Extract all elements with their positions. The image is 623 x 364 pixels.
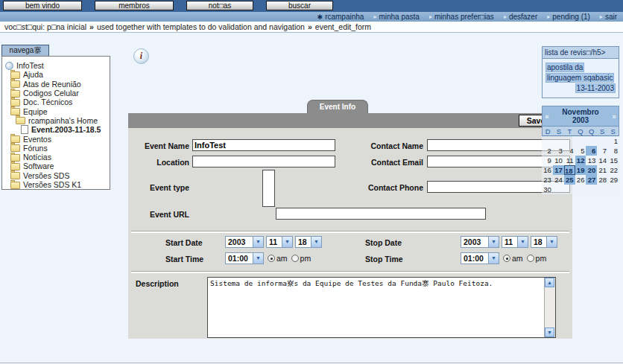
userbar-link[interactable]: ▸desfazer: [504, 13, 537, 21]
scroll-down-icon[interactable]: ▼: [545, 328, 554, 337]
stop-time-select[interactable]: 01:00▼: [461, 252, 499, 264]
radio-circle[interactable]: [291, 255, 299, 262]
tree-item[interactable]: Equipe: [2, 106, 110, 115]
radio-circle[interactable]: [268, 255, 275, 262]
calendar-day[interactable]: 5: [575, 146, 586, 156]
calendar-day[interactable]: 15: [608, 156, 619, 165]
tree-item[interactable]: Atas de Reunião: [2, 80, 110, 89]
calendar-day[interactable]: 29: [608, 175, 619, 185]
revision-entry-line2[interactable]: linguagem sqabasic: [545, 73, 614, 83]
scroll-up-icon[interactable]: ▲: [545, 278, 554, 287]
chevron-icon: ▸: [547, 13, 550, 20]
userbar-link[interactable]: ✱rcampainha: [317, 13, 364, 21]
calendar-day[interactable]: 2: [542, 146, 553, 156]
tree-item[interactable]: Ajuda: [2, 70, 110, 79]
tree-item[interactable]: Doc. Técnicos: [2, 98, 110, 106]
calendar-day-empty: [597, 185, 608, 194]
calendar-day[interactable]: 7: [597, 146, 608, 156]
topnav-button[interactable]: bem vindo: [3, 1, 82, 10]
stop-date-month-value: 11: [502, 237, 517, 247]
chevron-down-icon: ▼: [488, 237, 499, 247]
tree-item[interactable]: Software: [2, 162, 110, 170]
calendar-prev-icon[interactable]: «: [543, 112, 551, 121]
calendar-day[interactable]: 24: [553, 175, 564, 185]
calendar-day[interactable]: 14: [597, 156, 608, 165]
calendar-day[interactable]: 3: [553, 146, 564, 156]
calendar-day[interactable]: 20: [586, 165, 597, 175]
calendar-day[interactable]: 22: [608, 165, 619, 175]
contact-email-label: Contact Email: [341, 158, 423, 167]
start-date-month-select[interactable]: 11▼: [266, 236, 293, 248]
stop-date-year-value: 2003: [461, 237, 488, 247]
topnav-button[interactable]: buscar: [266, 1, 333, 10]
chevron-down-icon: ▼: [517, 237, 528, 247]
start-time-am-radio[interactable]: am: [268, 254, 288, 263]
userbar-link[interactable]: ▸minhas prefer□ias: [429, 13, 494, 21]
calendar-day[interactable]: 26: [575, 175, 586, 185]
calendar-day[interactable]: 12: [575, 156, 586, 165]
stop-date-day-select[interactable]: 18▼: [531, 236, 557, 248]
breadcrumb-item[interactable]: event_edit_form: [315, 22, 371, 31]
sidebar-tab-navigation[interactable]: navega寨: [1, 45, 49, 57]
calendar-day[interactable]: 30: [542, 185, 553, 194]
tree-item[interactable]: Notícias: [2, 153, 110, 162]
revision-entry[interactable]: apostila da linguagem sqabasic 13-11-200…: [543, 59, 619, 98]
stop-time-pm-radio[interactable]: pm: [527, 254, 547, 263]
userbar-link[interactable]: ▸minha pasta: [373, 13, 420, 21]
calendar-day[interactable]: 18: [564, 165, 575, 175]
start-time-pm-radio[interactable]: pm: [291, 254, 312, 263]
stop-date-month-select[interactable]: 11▼: [502, 236, 528, 248]
userbar-link[interactable]: ▸sair: [600, 13, 617, 21]
breadcrumb-separator: »: [89, 22, 94, 31]
calendar-day[interactable]: 27: [586, 175, 597, 185]
stop-date-year-select[interactable]: 2003▼: [461, 236, 499, 248]
calendar-day[interactable]: 10: [553, 156, 564, 165]
tree-item[interactable]: InfoTest: [2, 61, 110, 70]
start-date-year-select[interactable]: 2003▼: [225, 236, 264, 248]
calendar-day[interactable]: 25: [564, 175, 575, 185]
calendar-day[interactable]: 8: [608, 146, 619, 156]
radio-circle[interactable]: [503, 255, 510, 262]
calendar-day[interactable]: 28: [597, 175, 608, 185]
userbar-link[interactable]: ▸pending (1): [547, 13, 590, 21]
calendar-next-icon[interactable]: »: [610, 112, 619, 121]
event-url-input[interactable]: [276, 208, 486, 220]
event-type-listbox[interactable]: [262, 170, 275, 207]
tree-item[interactable]: Versões SDS: [2, 171, 110, 180]
calendar-day[interactable]: 17: [553, 165, 564, 175]
location-input[interactable]: [192, 156, 335, 167]
calendar-day[interactable]: 9: [542, 156, 553, 165]
tree-item[interactable]: Versões SDS K1: [2, 180, 110, 189]
start-time-select[interactable]: 01:00▼: [225, 252, 264, 264]
tree-item[interactable]: Event.2003-11-18.5: [2, 125, 110, 134]
pm-label: pm: [300, 254, 312, 263]
breadcrumb-item[interactable]: p□na inicial: [47, 22, 86, 31]
calendar-day[interactable]: 1: [608, 136, 619, 146]
calendar-day[interactable]: 16: [542, 165, 553, 175]
folder-icon: [16, 117, 25, 124]
description-scrollbar[interactable]: ▲ ▼: [544, 278, 555, 337]
tree-item[interactable]: rcampainha's Home: [2, 116, 110, 125]
tree-item[interactable]: Codigos Celular: [2, 89, 110, 98]
calendar-day[interactable]: 13: [586, 156, 597, 165]
event-info-tab[interactable]: Event Info: [307, 100, 368, 113]
tree-item[interactable]: Fóruns: [2, 144, 110, 153]
revision-entry-line1[interactable]: apostila da: [545, 63, 584, 72]
event-name-input[interactable]: [192, 139, 335, 151]
topnav-button[interactable]: not□as: [186, 1, 253, 10]
calendar-day[interactable]: 23: [542, 175, 553, 185]
breadcrumb-item[interactable]: used together with templates to do valid…: [97, 22, 305, 31]
topnav-button[interactable]: membros: [95, 1, 174, 10]
info-icon[interactable]: i: [133, 48, 149, 64]
calendar-day[interactable]: 19: [575, 165, 586, 175]
calendar-day[interactable]: 21: [597, 165, 608, 175]
calendar-day[interactable]: 6: [586, 146, 597, 156]
radio-circle[interactable]: [527, 255, 534, 262]
description-textarea[interactable]: Sistema de informa寮s da Equipe de Testes…: [207, 277, 556, 338]
calendar-day-header-row: DSTQQSS: [542, 127, 619, 136]
calendar-day[interactable]: 4: [564, 146, 575, 156]
stop-time-am-radio[interactable]: am: [503, 254, 523, 263]
start-date-day-select[interactable]: 18▼: [295, 236, 322, 248]
calendar-day[interactable]: 11: [564, 156, 575, 165]
tree-item[interactable]: Eventos: [2, 134, 110, 143]
